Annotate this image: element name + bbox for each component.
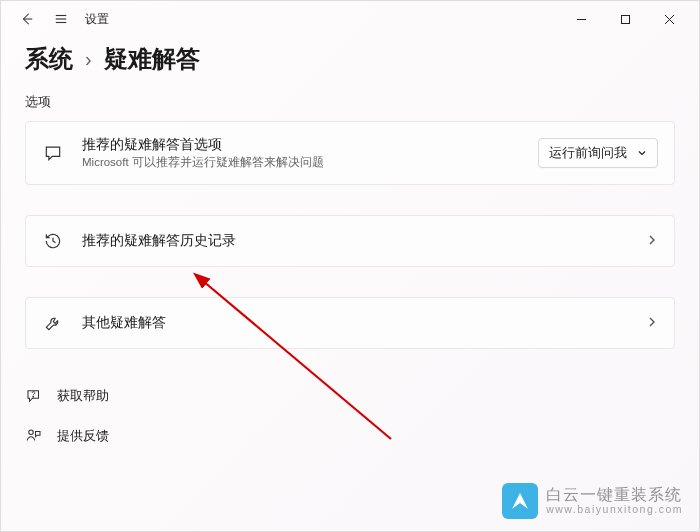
card-preferences-title: 推荐的疑难解答首选项	[82, 136, 538, 154]
breadcrumb-separator: ›	[85, 48, 92, 71]
chevron-down-icon	[637, 148, 647, 158]
chevron-right-icon	[646, 232, 658, 250]
svg-point-7	[33, 396, 34, 397]
svg-point-8	[29, 430, 34, 435]
wrench-icon	[42, 312, 64, 334]
dropdown-value: 运行前询问我	[549, 144, 627, 162]
close-button[interactable]	[647, 3, 691, 35]
section-label: 选项	[25, 93, 675, 111]
chevron-right-icon	[646, 314, 658, 332]
titlebar: 设置	[1, 1, 699, 37]
help-link-text: 获取帮助	[57, 387, 109, 405]
window-title: 设置	[85, 11, 109, 28]
watermark-logo	[502, 483, 538, 519]
card-history-title: 推荐的疑难解答历史记录	[82, 232, 634, 250]
breadcrumb: 系统 › 疑难解答	[25, 43, 675, 75]
page-title: 疑难解答	[104, 43, 200, 75]
help-icon	[25, 387, 43, 405]
minimize-button[interactable]	[559, 3, 603, 35]
watermark-text-cn: 白云一键重装系统	[546, 486, 683, 504]
breadcrumb-parent[interactable]: 系统	[25, 43, 73, 75]
feedback-icon	[25, 427, 43, 445]
feedback-link[interactable]: 提供反馈	[25, 419, 675, 453]
help-link[interactable]: 获取帮助	[25, 379, 675, 413]
watermark-text-url: www.baiyunxitong.com	[546, 504, 683, 516]
card-other[interactable]: 其他疑难解答	[25, 297, 675, 349]
menu-button[interactable]	[51, 9, 71, 29]
watermark: 白云一键重装系统 www.baiyunxitong.com	[502, 483, 683, 519]
card-history[interactable]: 推荐的疑难解答历史记录	[25, 215, 675, 267]
card-other-title: 其他疑难解答	[82, 314, 634, 332]
back-button[interactable]	[17, 9, 37, 29]
history-icon	[42, 230, 64, 252]
maximize-button[interactable]	[603, 3, 647, 35]
preferences-dropdown[interactable]: 运行前询问我	[538, 138, 658, 168]
svg-rect-4	[621, 15, 629, 23]
card-preferences-subtitle: Microsoft 可以推荐并运行疑难解答来解决问题	[82, 155, 538, 170]
feedback-link-text: 提供反馈	[57, 427, 109, 445]
card-preferences: 推荐的疑难解答首选项 Microsoft 可以推荐并运行疑难解答来解决问题 运行…	[25, 121, 675, 185]
chat-icon	[42, 142, 64, 164]
